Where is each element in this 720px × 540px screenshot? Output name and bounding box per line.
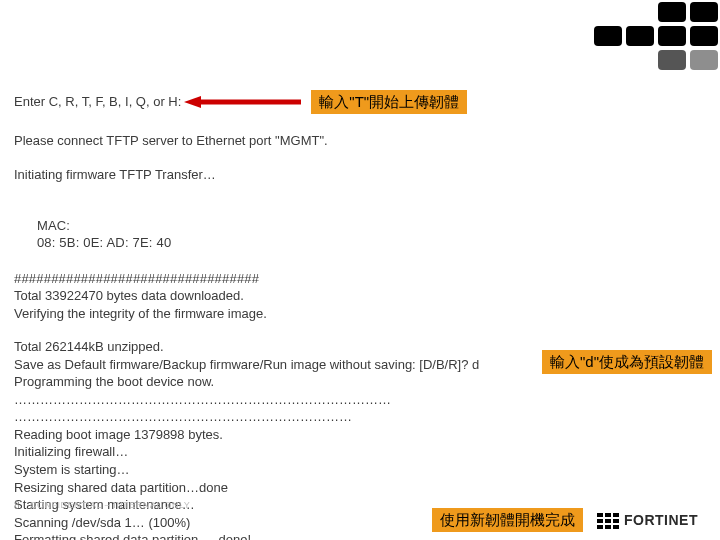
starting: System is starting… bbox=[14, 461, 706, 479]
fortinet-logo-icon bbox=[597, 513, 619, 529]
svg-rect-7 bbox=[613, 519, 619, 523]
mac-label: MAC: bbox=[37, 218, 70, 233]
slide-body: Enter C, R, T, F, B, I, Q, or H: 輸入"T"開始… bbox=[0, 0, 720, 540]
svg-rect-5 bbox=[597, 519, 603, 523]
svg-rect-6 bbox=[605, 519, 611, 523]
init-msg: Initiating firmware TFTP Transfer… bbox=[14, 166, 706, 184]
dots-1: …………………………………………………………………………… bbox=[14, 391, 706, 409]
svg-rect-3 bbox=[605, 513, 611, 517]
mac-value: 08: 5B: 0E: AD: 7E: 40 bbox=[37, 235, 171, 250]
callout-enter-t: 輸入"T"開始上傳韌體 bbox=[311, 90, 467, 114]
resize: Resizing shared data partition…done bbox=[14, 479, 706, 497]
callout-boot-done: 使用新韌體開機完成 bbox=[432, 508, 583, 532]
svg-rect-4 bbox=[613, 513, 619, 517]
svg-rect-2 bbox=[597, 513, 603, 517]
download-block: MAC: 08: 5B: 0E: AD: 7E: 40 ############… bbox=[14, 199, 706, 322]
arrow-left-icon bbox=[183, 94, 303, 110]
brand-mark: FORTINET bbox=[597, 511, 698, 530]
verify-msg: Verifying the integrity of the firmware … bbox=[14, 305, 706, 323]
corner-grid-decoration bbox=[592, 0, 720, 72]
programming: Programming the boot device now. bbox=[14, 373, 706, 391]
total-downloaded: Total 33922470 bytes data downloaded. bbox=[14, 287, 706, 305]
read-boot: Reading boot image 1379898 bytes. bbox=[14, 426, 706, 444]
callout-enter-d: 輸入"d"使成為預設韌體 bbox=[542, 350, 712, 374]
svg-rect-8 bbox=[597, 525, 603, 529]
svg-rect-9 bbox=[605, 525, 611, 529]
dots-2: …………………………………………………………………… bbox=[14, 408, 706, 426]
svg-rect-10 bbox=[613, 525, 619, 529]
progress-hashes: ################################# bbox=[14, 270, 706, 288]
footer: 8 CONFIDENTIAL – INTERNAL ONLY bbox=[14, 499, 190, 513]
brand-name: FORTINET bbox=[624, 511, 698, 530]
slide-number: 8 bbox=[14, 499, 20, 513]
confidential-label: CONFIDENTIAL – INTERNAL ONLY bbox=[30, 499, 190, 511]
format: Formatting shared data partition … done! bbox=[14, 531, 706, 540]
init-firewall: Initializing firewall… bbox=[14, 443, 706, 461]
bootloader-prompt: Enter C, R, T, F, B, I, Q, or H: bbox=[14, 93, 181, 111]
svg-marker-1 bbox=[184, 96, 201, 108]
connect-msg: Please connect TFTP server to Ethernet p… bbox=[14, 132, 706, 150]
